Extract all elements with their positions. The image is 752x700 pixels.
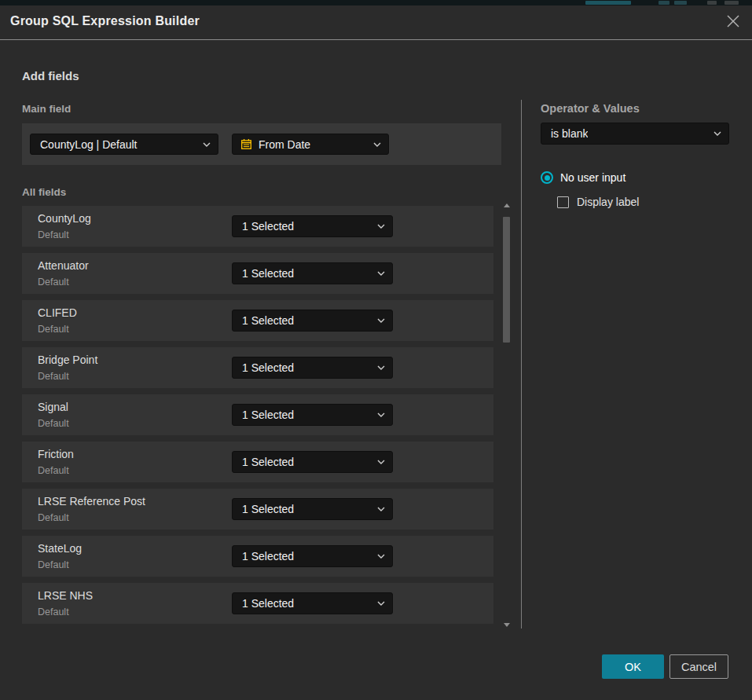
panel-divider [521,100,522,629]
background-fragment [707,1,717,5]
field-selected-dropdown[interactable]: 1 Selected [232,262,393,284]
field-selected-value: 1 Selected [233,220,294,233]
close-icon [725,13,741,32]
scrollbar-thumb[interactable] [503,217,510,343]
cancel-button[interactable]: Cancel [669,654,728,679]
ok-button[interactable]: OK [602,654,664,679]
group-sql-expression-builder-dialog: Group SQL Expression Builder Add fields … [0,5,752,700]
chevron-down-icon [203,142,211,147]
field-name: Attenuator [38,259,89,272]
field-row: CLIFED Default 1 Selected [22,300,493,341]
chevron-down-icon [377,365,385,370]
display-label-checkbox[interactable]: Display label [557,196,639,208]
background-fragment [585,1,631,5]
field-name: Signal [38,401,68,413]
no-user-input-label: No user input [560,171,625,184]
main-field-source-select[interactable]: CountyLog | Default [30,134,218,155]
screen: Group SQL Expression Builder Add fields … [0,0,752,700]
all-fields-list: CountyLog Default 1 Selected Attenuator … [22,206,493,630]
field-name: LRSE Reference Post [38,495,145,508]
field-selected-value: 1 Selected [233,503,294,515]
chevron-down-icon [373,142,381,147]
field-name: StateLog [38,542,82,555]
field-selected-value: 1 Selected [233,550,294,563]
dialog-title: Group SQL Expression Builder [10,14,200,28]
field-subtitle: Default [38,229,69,240]
field-selected-dropdown[interactable]: 1 Selected [232,310,393,332]
field-selected-dropdown[interactable]: 1 Selected [232,545,393,567]
field-subtitle: Default [38,465,69,476]
chevron-down-icon [377,601,385,606]
checkbox-unchecked-icon [557,196,569,208]
field-subtitle: Default [38,277,69,288]
field-selected-dropdown[interactable]: 1 Selected [232,451,393,473]
dialog-header: Group SQL Expression Builder [0,5,752,39]
field-selected-value: 1 Selected [233,361,294,374]
chevron-down-icon [713,131,721,136]
all-fields-label: All fields [22,186,66,198]
operator-value: is blank [541,127,588,140]
field-row: StateLog Default 1 Selected [22,536,493,577]
field-selected-dropdown[interactable]: 1 Selected [232,404,393,426]
scroll-up-arrow-icon[interactable] [504,203,510,207]
field-subtitle: Default [38,418,69,429]
background-app-strip [0,0,752,5]
display-label-label: Display label [577,196,639,208]
field-selected-value: 1 Selected [233,409,294,421]
field-selected-dropdown[interactable]: 1 Selected [232,498,393,520]
field-selected-value: 1 Selected [233,314,294,327]
main-field-field-value: From Date [251,138,310,151]
field-selected-dropdown[interactable]: 1 Selected [232,215,393,237]
list-scrollbar[interactable] [501,201,512,629]
operator-select[interactable]: is blank [541,123,729,145]
main-field-label: Main field [22,103,71,115]
field-row: LRSE Reference Post Default 1 Selected [22,489,493,530]
field-selected-value: 1 Selected [233,456,294,468]
main-field-field-select[interactable]: From Date [232,134,389,155]
chevron-down-icon [377,271,385,276]
chevron-down-icon [377,318,385,323]
close-button[interactable] [723,13,743,33]
field-selected-dropdown[interactable]: 1 Selected [232,357,393,379]
chevron-down-icon [377,412,385,417]
field-subtitle: Default [38,324,69,335]
radio-selected-icon [541,171,553,184]
main-field-source-value: CountyLog | Default [31,138,138,151]
header-divider [0,39,752,40]
field-selected-dropdown[interactable]: 1 Selected [232,592,393,614]
chevron-down-icon [377,507,385,511]
field-subtitle: Default [38,371,69,382]
field-name: CLIFED [38,306,77,319]
field-row: LRSE NHS Default 1 Selected [22,583,493,624]
field-subtitle: Default [38,512,69,523]
field-name: Bridge Point [38,354,97,366]
field-row: Signal Default 1 Selected [22,394,493,435]
field-row: CountyLog Default 1 Selected [22,206,493,247]
field-row: Attenuator Default 1 Selected [22,253,493,294]
chevron-down-icon [377,460,385,464]
field-row: Bridge Point Default 1 Selected [22,347,493,388]
chevron-down-icon [377,554,385,559]
no-user-input-radio[interactable]: No user input [541,171,625,184]
chevron-down-icon [377,224,385,229]
field-subtitle: Default [38,559,69,570]
scroll-down-arrow-icon[interactable] [504,623,510,627]
field-selected-value: 1 Selected [233,597,294,610]
operator-values-heading: Operator & Values [541,102,640,115]
field-name: Friction [38,448,74,460]
field-selected-value: 1 Selected [233,267,294,280]
background-fragment [658,1,669,5]
background-fragment [674,1,687,5]
background-fragment [724,1,739,5]
field-row: Friction Default 1 Selected [22,442,493,482]
field-name: LRSE NHS [38,589,93,602]
field-name: CountyLog [38,212,91,225]
field-subtitle: Default [38,607,69,618]
add-fields-heading: Add fields [22,69,79,82]
